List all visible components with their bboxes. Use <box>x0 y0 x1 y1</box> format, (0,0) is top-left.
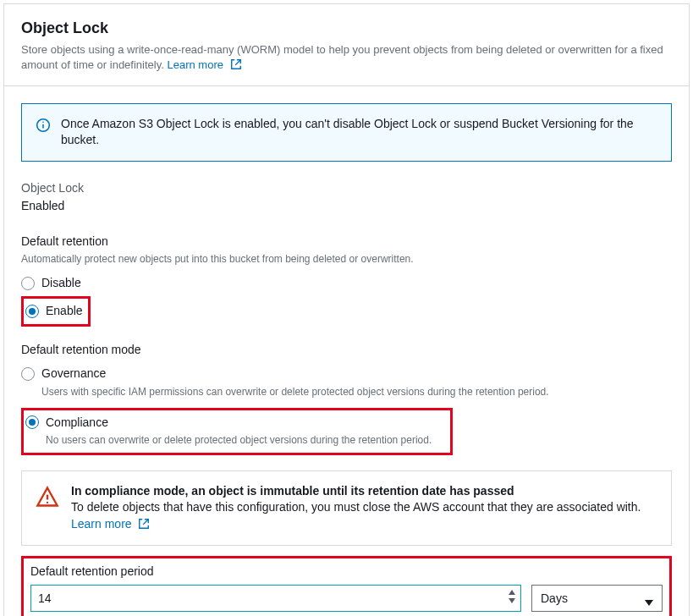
svg-marker-6 <box>509 598 515 603</box>
retention-period-input[interactable] <box>30 585 521 612</box>
highlight-compliance: Compliance No users can overwrite or del… <box>21 408 453 455</box>
chevron-down-icon <box>645 595 653 612</box>
default-retention-hint: Automatically protect new objects put in… <box>21 252 672 267</box>
radio-mode-compliance[interactable]: Compliance <box>25 412 447 434</box>
radio-retention-disable-label: Disable <box>41 275 81 292</box>
retention-period-unit-select[interactable]: Days <box>531 585 663 612</box>
external-link-icon <box>138 518 150 530</box>
svg-point-2 <box>42 121 44 123</box>
object-lock-panel: Object Lock Store objects using a write-… <box>3 3 690 616</box>
status-value: Enabled <box>21 198 672 215</box>
radio-mode-governance[interactable]: Governance <box>21 363 672 385</box>
svg-marker-7 <box>645 600 653 606</box>
highlight-retention-period: Default retention period Days Must be a … <box>21 556 672 616</box>
compliance-warning: In compliance mode, an object is immutab… <box>21 470 672 546</box>
retention-period-input-wrap <box>30 585 521 612</box>
panel-header: Object Lock Store objects using a write-… <box>4 4 689 86</box>
svg-point-4 <box>47 502 48 503</box>
warning-icon <box>36 485 59 509</box>
info-alert-text: Once Amazon S3 Object Lock is enabled, y… <box>61 116 657 149</box>
radio-mode-governance-desc: Users with specific IAM permissions can … <box>41 385 591 399</box>
panel-description: Store objects using a write-once-read-ma… <box>21 42 672 73</box>
radio-icon <box>25 305 39 318</box>
radio-retention-enable[interactable]: Enable <box>25 300 83 322</box>
default-retention-group: Default retention Automatically protect … <box>21 234 672 327</box>
radio-icon <box>25 415 39 429</box>
radio-retention-enable-label: Enable <box>46 303 83 320</box>
external-link-icon <box>230 58 242 70</box>
compliance-warning-content: In compliance mode, an object is immutab… <box>71 483 657 533</box>
radio-mode-compliance-label: Compliance <box>46 415 108 432</box>
radio-icon <box>21 367 35 381</box>
retention-period-row: Days <box>30 585 663 612</box>
retention-period-title: Default retention period <box>30 564 663 580</box>
radio-retention-disable[interactable]: Disable <box>21 272 672 294</box>
panel-description-text: Store objects using a write-once-read-ma… <box>21 43 663 71</box>
number-stepper-icon[interactable] <box>508 588 516 607</box>
radio-mode-governance-label: Governance <box>41 366 106 382</box>
radio-icon <box>21 277 35 290</box>
default-retention-title: Default retention <box>21 234 672 250</box>
learn-more-link[interactable]: Learn more <box>167 58 241 71</box>
highlight-enable: Enable <box>21 296 91 327</box>
status-label: Object Lock <box>21 180 672 197</box>
svg-marker-5 <box>509 590 515 595</box>
radio-mode-governance-wrap: Governance Users with specific IAM permi… <box>21 363 672 399</box>
info-alert: Once Amazon S3 Object Lock is enabled, y… <box>21 103 672 162</box>
retention-period-unit-value: Days <box>541 591 568 605</box>
compliance-warning-body: To delete objects that have this configu… <box>71 499 657 532</box>
compliance-warning-title: In compliance mode, an object is immutab… <box>71 483 657 500</box>
radio-mode-compliance-desc: No users can overwrite or delete protect… <box>46 433 447 448</box>
page-title: Object Lock <box>21 18 672 39</box>
warning-learn-more-link[interactable]: Learn more <box>71 517 150 531</box>
retention-mode-title: Default retention mode <box>21 342 672 359</box>
retention-mode-group: Default retention mode Governance Users … <box>21 342 672 455</box>
panel-body: Once Amazon S3 Object Lock is enabled, y… <box>4 86 689 616</box>
info-icon <box>36 118 51 133</box>
